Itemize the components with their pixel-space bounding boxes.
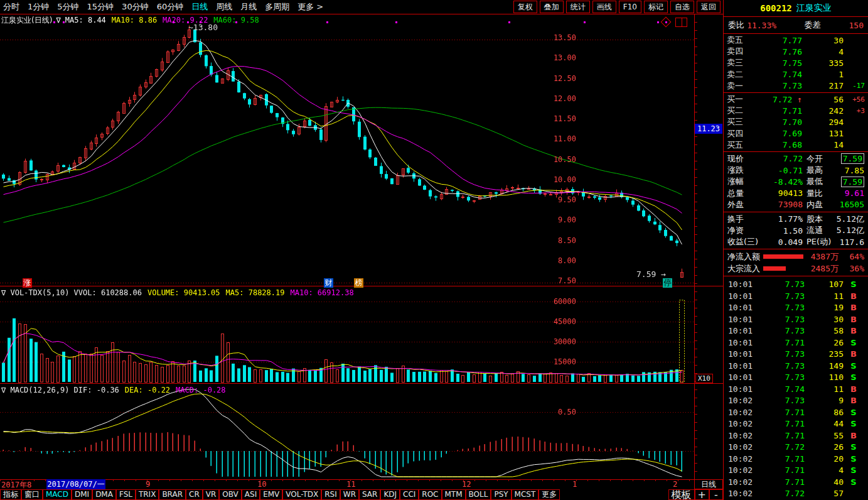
indicator-tab-更多[interactable]: 更多 [538,489,560,500]
quote-row: 涨跌-0.71最高7.85 [724,165,868,176]
period-tab-9[interactable]: 多周期 [265,1,289,13]
volume-axis-label: 60000 [554,297,576,306]
tick-volume: 11 [805,291,844,301]
indicator-tab-vr[interactable]: VR [203,489,220,500]
quote-row: 现价7.72今开7.59 [724,153,868,165]
ask-row[interactable]: 卖二7.741 [724,69,868,80]
tick-volume: 19 [805,303,844,312]
quote-row: 总量90413量比9.61 [724,187,868,198]
panel-button-1[interactable]: 窗口 [21,489,43,500]
template-button-2[interactable]: - [709,489,723,500]
template-button-1[interactable]: + [695,489,709,500]
header-value-0[interactable]: ∇ MA5: 8.44 [56,16,105,24]
action-button-2[interactable]: 统计 [566,1,590,13]
period-tab-6[interactable]: 日线 [191,1,208,13]
header-value-0[interactable]: ∇ MACD(12,26,9) DIF: -0.36 [1,386,119,394]
tick-price: 7.71 [759,408,805,417]
order-volume: 131 [802,129,844,138]
period-tab-1[interactable]: 1分钟 [28,1,49,13]
main-chart-canvas[interactable] [0,14,694,286]
window-split-icon[interactable] [675,18,687,27]
money-flow: 净流入额4387万64%大宗流入2485万36% [724,249,868,276]
header-value-0[interactable]: ∇ VOL-TDX(5,10) VVOL: 610288.06 [1,288,142,297]
period-tab-7[interactable]: 周线 [216,1,232,13]
period-tab-5[interactable]: 60分钟 [157,1,184,13]
indicator-tab-dmi[interactable]: DMI [72,489,92,500]
volume-multiplier-label: X10 [695,374,713,383]
peak-price-annotation: ~13.80 [188,23,218,32]
indicator-tab-mtm[interactable]: MTM [442,489,466,500]
bid-row[interactable]: 买四7.69131 [724,128,868,139]
action-button-4[interactable]: F10 [619,1,641,13]
flow-amount: 2485万 [811,263,839,274]
indicator-tab-rsi[interactable]: RSI [321,489,340,500]
indicator-tab-dma[interactable]: DMA [92,489,116,500]
bid-row[interactable]: 买五7.6814 [724,139,868,151]
ask-row[interactable]: 卖五7.7730 [724,35,868,46]
order-level-label: 卖五 [727,35,753,46]
action-button-0[interactable]: 复权 [513,1,537,13]
indicator-toolbar: 指标窗口MACDDMIDMAFSLTRIXBRARCRVROBVASIEMVVO… [0,489,723,500]
period-tab-0[interactable]: 分时 [3,1,19,13]
indicator-tab-macd[interactable]: MACD [43,489,72,500]
quote-value: 7.85 [833,166,864,175]
tick-price: 7.71 [759,477,805,487]
indicator-tab-fsl[interactable]: FSL [116,489,136,500]
template-button-0[interactable]: 模板 [668,489,695,500]
tick-volume: 26 [805,442,844,452]
divider-volume-macd [0,383,723,384]
tick-price: 7.73 [759,396,805,405]
indicator-tab-asi[interactable]: ASI [242,489,260,500]
quote-row: 外盘73908内盘16505 [724,199,868,210]
indicator-tab-mcst[interactable]: MCST [512,489,539,500]
volume-axis-label: 45000 [554,317,576,326]
tick-volume: 149 [805,361,844,371]
indicator-tab-sar[interactable]: SAR [359,489,380,500]
action-button-1[interactable]: 叠加 [540,1,564,13]
action-button-3[interactable]: 画线 [592,1,616,13]
period-tab-4[interactable]: 30分钟 [122,1,149,13]
panel-button-0[interactable]: 指标 [0,489,21,500]
quote-label: 收益(三) [727,236,764,247]
ask-queue: 卖五7.7730卖四7.764卖三7.75335卖二7.741卖一7.73217… [724,34,868,93]
indicator-tab-boll[interactable]: BOLL [466,489,491,500]
tick-price: 7.73 [759,303,805,312]
bid-row[interactable]: 买三7.70294 [724,116,868,128]
up-arrow-icon: ↑ [792,95,802,104]
weibi-label: 委比 [728,19,744,31]
action-button-7[interactable]: 返回 [697,1,721,13]
order-price: 7.73 [753,81,802,90]
period-tab-8[interactable]: 月线 [240,1,257,13]
indicator-tab-cr[interactable]: CR [186,489,203,500]
indicator-tab-emv[interactable]: EMV [260,489,282,500]
indicator-tab-cci[interactable]: CCI [400,489,419,500]
volume-chart-canvas[interactable] [0,286,694,383]
period-indicator[interactable]: 日线 [694,479,723,489]
indicator-tab-vol-tdx[interactable]: VOL-TDX [282,489,321,500]
period-tab-3[interactable]: 15分钟 [87,1,114,13]
ask-row[interactable]: 卖四7.764 [724,46,868,57]
indicator-tab-psy[interactable]: PSY [491,489,511,500]
indicator-tab-roc[interactable]: ROC [419,489,441,500]
action-button-6[interactable]: 自选 [670,1,694,13]
bid-row[interactable]: 买一7.72 ↑56+56 [724,94,868,105]
action-button-5[interactable]: 标记 [644,1,668,13]
tick-row: 10:027.7226S [724,441,868,453]
tick-side: B [844,315,864,324]
ask-row[interactable]: 卖一7.73217-17 [724,80,868,92]
indicator-tab-brar[interactable]: BRAR [159,489,186,500]
macd-chart-canvas[interactable] [0,384,694,479]
period-tab-2[interactable]: 5分钟 [57,1,78,13]
order-volume: 14 [802,140,844,149]
ask-row[interactable]: 卖三7.75335 [724,57,868,68]
indicator-tab-wr[interactable]: WR [340,489,359,500]
indicator-tab-trix[interactable]: TRIX [136,489,159,500]
bid-row[interactable]: 买二7.71242+3 [724,105,868,116]
indicator-tab-obv[interactable]: OBV [219,489,242,500]
header-value-1: DEA: -0.22 [125,386,170,394]
indicator-tab-kdj[interactable]: KDJ [380,489,400,500]
tick-row: 10:027.7257 [724,487,868,499]
period-tab-10[interactable]: 更多 > [297,1,323,13]
template-toolbar: 模板+- [668,489,723,500]
order-level-label: 买五 [727,139,753,151]
